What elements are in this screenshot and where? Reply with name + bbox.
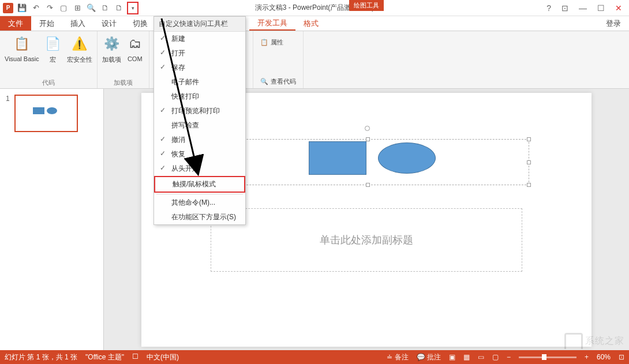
zoom-out-button[interactable]: − bbox=[507, 353, 511, 361]
undo-icon[interactable]: ↶ bbox=[30, 2, 42, 14]
macro-icon: 📄 bbox=[44, 35, 62, 53]
menu-separator bbox=[156, 194, 243, 194]
tab-design[interactable]: 设计 bbox=[93, 16, 125, 31]
fit-window-icon[interactable]: ⊡ bbox=[619, 353, 624, 361]
tab-home[interactable]: 开始 bbox=[31, 16, 62, 31]
slide-counter: 幻灯片 第 1 张，共 1 张 bbox=[5, 352, 77, 362]
ribbon-options-icon[interactable]: ⊡ bbox=[561, 3, 568, 13]
ribbon-tabs: 文件 开始 插入 设计 切换 动画 审阅 视图 开发工具 格式 登录 bbox=[0, 16, 629, 31]
tab-file[interactable]: 文件 bbox=[0, 16, 31, 31]
qat-icon-5[interactable]: ⊞ bbox=[72, 2, 83, 14]
tab-format[interactable]: 格式 bbox=[295, 16, 327, 31]
visual-basic-button[interactable]: 📋 Visual Basic bbox=[5, 35, 39, 64]
workspace: 1 单击此处添加副标题 bbox=[0, 89, 629, 350]
menu-header: 自定义快速访问工具栏 bbox=[154, 17, 245, 32]
theme-name: "Office 主题" bbox=[85, 352, 124, 362]
redo-icon[interactable]: ↷ bbox=[44, 2, 55, 14]
login-link[interactable]: 登录 bbox=[598, 16, 629, 31]
menu-email[interactable]: 电子邮件 bbox=[154, 75, 245, 89]
zoom-in-button[interactable]: + bbox=[585, 353, 589, 361]
group-code: 📋 Visual Basic 📄 宏 ⚠️ 宏安全性 代码 bbox=[0, 31, 98, 88]
menu-touch-mouse[interactable]: 触摸/鼠标模式 bbox=[154, 176, 245, 193]
menu-more-commands[interactable]: 其他命令(M)... bbox=[154, 196, 245, 210]
lang-icon[interactable]: ☐ bbox=[132, 352, 138, 362]
notes-button[interactable]: ≐ 备注 bbox=[387, 352, 408, 362]
security-icon: ⚠️ bbox=[70, 35, 89, 53]
statusbar: 幻灯片 第 1 张，共 1 张 "Office 主题" ☐ 中文(中国) ≐ 备… bbox=[0, 350, 629, 364]
properties-button[interactable]: 📋 属性 bbox=[258, 37, 286, 48]
menu-from-start[interactable]: 从头开始 bbox=[154, 162, 245, 176]
menu-new[interactable]: 新建 bbox=[154, 32, 245, 46]
menu-quick-print[interactable]: 快速打印 bbox=[154, 89, 245, 104]
qat-customize-menu: 自定义快速访问工具栏 新建 打开 保存 电子邮件 快速打印 打印预览和打印 拼写… bbox=[153, 16, 246, 225]
shape-ellipse[interactable] bbox=[378, 142, 436, 174]
window-controls: ? ⊡ — ☐ ✕ bbox=[546, 3, 629, 13]
app-icon[interactable]: P bbox=[2, 2, 14, 14]
group-addins: ⚙️ 加载项 🗂 COM 加载项 bbox=[98, 31, 149, 88]
watermark: 系统之家 bbox=[564, 333, 624, 349]
view-code-button[interactable]: 🔍 查看代码 bbox=[258, 76, 298, 87]
comments-button[interactable]: 💬 批注 bbox=[417, 352, 441, 362]
menu-redo[interactable]: 恢复 bbox=[154, 147, 245, 162]
qat-icon-6[interactable]: 🔍 bbox=[85, 2, 97, 14]
reading-view-icon[interactable]: ▭ bbox=[478, 353, 484, 361]
addin-icon: ⚙️ bbox=[102, 35, 121, 53]
selection-box[interactable] bbox=[206, 139, 529, 185]
tab-insert[interactable]: 插入 bbox=[62, 16, 93, 31]
qat-icon-7[interactable]: 🗋 bbox=[99, 2, 111, 14]
maximize-icon[interactable]: ☐ bbox=[597, 3, 605, 13]
vb-icon: 📋 bbox=[13, 35, 31, 53]
menu-save[interactable]: 保存 bbox=[154, 61, 245, 75]
menu-open[interactable]: 打开 bbox=[154, 46, 245, 61]
shape-rectangle[interactable] bbox=[309, 141, 366, 175]
save-icon[interactable]: 💾 bbox=[16, 2, 28, 14]
menu-undo[interactable]: 撤消 bbox=[154, 133, 245, 147]
subtitle-placeholder[interactable]: 单击此处添加副标题 bbox=[211, 208, 522, 272]
zoom-slider[interactable] bbox=[519, 357, 576, 358]
thumbnail-number: 1 bbox=[6, 95, 10, 132]
group-addins-label: 加载项 bbox=[114, 78, 133, 87]
minimize-icon[interactable]: — bbox=[579, 3, 587, 13]
language-indicator[interactable]: 中文(中国) bbox=[147, 352, 179, 362]
titlebar: P 💾 ↶ ↷ ▢ ⊞ 🔍 🗋 🗋 ▾ 演示文稿3 - PowerPoint(产… bbox=[0, 0, 629, 16]
group-props: 📋 属性 🔍 查看代码 bbox=[253, 31, 304, 88]
from-start-icon[interactable]: ▢ bbox=[58, 2, 69, 14]
addins-button[interactable]: ⚙️ 加载项 bbox=[102, 35, 121, 64]
menu-print-preview[interactable]: 打印预览和打印 bbox=[154, 104, 245, 118]
tab-transitions[interactable]: 切换 bbox=[125, 16, 156, 31]
qat-customize-dropdown[interactable]: ▾ bbox=[127, 2, 138, 14]
slideshow-view-icon[interactable]: ▢ bbox=[492, 353, 499, 361]
qat-icon-8[interactable]: 🗋 bbox=[113, 2, 125, 14]
group-code-label: 代码 bbox=[42, 78, 55, 87]
com-icon: 🗂 bbox=[126, 35, 144, 53]
help-icon[interactable]: ? bbox=[546, 3, 551, 13]
close-icon[interactable]: ✕ bbox=[615, 3, 622, 13]
quick-access-toolbar: P 💾 ↶ ↷ ▢ ⊞ 🔍 🗋 🗋 ▾ bbox=[0, 2, 138, 14]
ribbon: 📋 Visual Basic 📄 宏 ⚠️ 宏安全性 代码 ⚙️ 加载项 🗂 C… bbox=[0, 31, 629, 89]
tab-developer[interactable]: 开发工具 bbox=[249, 16, 295, 31]
thumbnail-item[interactable]: 1 bbox=[6, 95, 98, 132]
sorter-view-icon[interactable]: ▦ bbox=[463, 353, 470, 361]
zoom-level[interactable]: 60% bbox=[597, 353, 611, 361]
com-addins-button[interactable]: 🗂 COM bbox=[126, 35, 144, 64]
contextual-tab-label: 绘图工具 bbox=[349, 0, 384, 11]
macros-button[interactable]: 📄 宏 bbox=[44, 35, 62, 64]
menu-spell[interactable]: 拼写检查 bbox=[154, 118, 245, 133]
normal-view-icon[interactable]: ▣ bbox=[449, 353, 455, 361]
macro-security-button[interactable]: ⚠️ 宏安全性 bbox=[67, 35, 92, 64]
thumbnail[interactable] bbox=[14, 95, 78, 132]
thumbnail-pane: 1 bbox=[0, 89, 104, 350]
menu-show-below[interactable]: 在功能区下方显示(S) bbox=[154, 210, 245, 224]
